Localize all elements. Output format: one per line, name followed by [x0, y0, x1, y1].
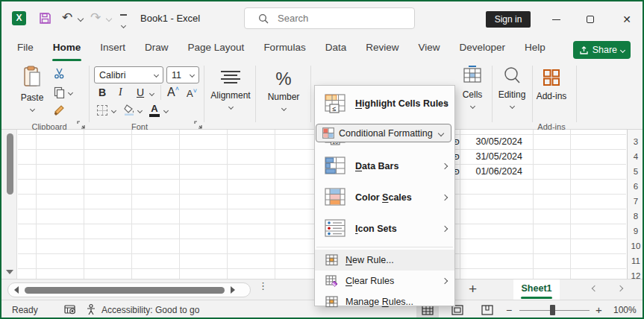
tab-draw[interactable]: Draw	[135, 39, 178, 60]
decrease-font-button[interactable]: A˅	[187, 87, 197, 99]
menu-item-manage-rules[interactable]: Manage Rules...	[315, 291, 454, 312]
prev-sheet-icon[interactable]	[592, 285, 598, 291]
save-icon[interactable]	[39, 12, 51, 25]
menu-item-new-rule[interactable]: New Rule...	[315, 250, 454, 271]
row-header-6[interactable]: 6	[628, 179, 644, 194]
underline-button[interactable]: U	[137, 86, 144, 98]
cells-icon	[463, 66, 482, 85]
tab-insert[interactable]: Insert	[90, 39, 135, 60]
italic-button[interactable]: I	[119, 86, 122, 98]
tab-developer[interactable]: Developer	[449, 39, 515, 60]
row-header-8[interactable]: 8	[628, 209, 644, 224]
menu-item-clear-rules[interactable]: Clear Rules	[315, 271, 454, 291]
zoom-in-button[interactable]: +	[595, 303, 602, 316]
row-header-12[interactable]: 12	[628, 268, 644, 279]
scroll-down-icon[interactable]	[6, 270, 13, 274]
menu-item-icon-sets[interactable]: Icon Sets	[315, 213, 454, 244]
fill-color-icon[interactable]	[123, 104, 135, 116]
copy-icon[interactable]	[54, 86, 65, 98]
editing-group-button[interactable]: Editing	[494, 66, 530, 110]
tab-view[interactable]: View	[408, 39, 449, 60]
conditional-formatting-button[interactable]: Conditional Formatting	[316, 124, 451, 142]
excel-logo-icon[interactable]: X	[12, 11, 26, 25]
row-header-10[interactable]: 10	[628, 239, 644, 253]
addins-button[interactable]: Add-ins	[534, 69, 569, 101]
row-header-7[interactable]: 7	[628, 194, 644, 209]
horizontal-scrollbar[interactable]	[7, 282, 251, 297]
scroll-left-icon[interactable]	[14, 286, 19, 294]
font-size-combo[interactable]: 11	[166, 66, 199, 83]
sheet-tab-sheet1[interactable]: Sheet1	[513, 279, 560, 300]
font-color-chevron-icon[interactable]	[163, 108, 169, 113]
format-painter-icon[interactable]	[53, 104, 66, 117]
search-box[interactable]	[244, 7, 415, 29]
bold-button[interactable]: B	[99, 86, 106, 98]
increase-font-button[interactable]: A˄	[167, 85, 179, 99]
tab-formulas[interactable]: Formulas	[254, 39, 315, 60]
fill-color-chevron-icon[interactable]	[137, 108, 143, 113]
cut-icon[interactable]	[54, 68, 65, 79]
paste-button[interactable]: Paste	[15, 66, 49, 113]
row-header-3[interactable]: 3	[628, 134, 644, 149]
conditional-formatting-label: Conditional Formatting	[339, 128, 433, 139]
underline-chevron-icon[interactable]	[149, 91, 154, 96]
undo-chevron-icon[interactable]	[78, 16, 84, 22]
minimize-button[interactable]	[543, 10, 569, 28]
row-header-11[interactable]: 11	[628, 253, 644, 268]
tab-home[interactable]: Home	[43, 39, 91, 60]
number-group-button[interactable]: % Number	[261, 69, 306, 113]
horizontal-scrollbar-thumb[interactable]	[25, 287, 225, 294]
cells-group-button[interactable]: Cells	[455, 66, 490, 110]
vertical-scrollbar-thumb[interactable]	[7, 133, 13, 195]
cell-date-row4[interactable]: 31/05/2024	[460, 149, 533, 164]
editing-label: Editing	[494, 89, 530, 100]
row-header-4[interactable]: 4	[628, 149, 644, 164]
new-sheet-button[interactable]: +	[469, 281, 477, 297]
zoom-slider-thumb[interactable]	[550, 305, 555, 315]
undo-icon[interactable]: ↶	[62, 10, 72, 25]
submenu-arrow-icon	[442, 163, 448, 169]
conditional-formatting-icon	[322, 127, 334, 139]
cell-date-row5[interactable]: 01/06/2024	[460, 164, 533, 179]
ribbon-tab-row: File Home Insert Draw Page Layout Formul…	[7, 39, 555, 60]
menu-item-color-scales[interactable]: Color Scales	[315, 182, 454, 213]
quick-access-toolbar-icon[interactable]	[119, 14, 128, 31]
share-button[interactable]: Share	[573, 41, 631, 59]
maximize-button[interactable]	[578, 10, 603, 28]
row-header-5[interactable]: 5	[628, 164, 644, 179]
borders-chevron-icon[interactable]	[111, 108, 116, 113]
menu-item-data-bars[interactable]: Data Bars	[315, 151, 454, 182]
tab-data[interactable]: Data	[316, 39, 357, 60]
zoom-level[interactable]: 100%	[613, 305, 637, 315]
alignment-icon	[221, 69, 240, 86]
search-input[interactable]	[278, 13, 390, 24]
sign-in-button[interactable]: Sign in	[486, 11, 531, 28]
next-sheet-icon[interactable]	[617, 285, 623, 291]
cell-date-row3[interactable]: 30/05/2024	[460, 134, 533, 149]
borders-icon[interactable]	[97, 105, 107, 116]
font-name-combo[interactable]: Calibri	[94, 66, 163, 83]
zoom-out-button[interactable]: −	[506, 304, 512, 316]
tab-help[interactable]: Help	[515, 39, 555, 60]
clipboard-dialog-launcher-icon[interactable]	[77, 121, 86, 130]
font-dialog-launcher-icon[interactable]	[194, 121, 203, 130]
status-ready: Ready	[12, 305, 38, 315]
font-color-icon[interactable]: A	[149, 103, 160, 117]
splitter-handle-icon[interactable]: ⋮	[258, 282, 268, 290]
menu-item-highlight-cells-rules[interactable]: ≤ Highlight Cells Rules	[315, 88, 454, 119]
alignment-label: Alignment	[209, 90, 252, 101]
scroll-right-icon[interactable]	[231, 286, 235, 294]
macro-record-icon[interactable]	[64, 304, 76, 315]
row-header-9[interactable]: 9	[628, 224, 644, 239]
close-button[interactable]: ✕	[614, 10, 640, 28]
row-headers[interactable]: 3 4 5 6 7 8 9 10 11 12	[627, 130, 644, 279]
tab-file[interactable]: File	[7, 39, 43, 60]
vertical-scrollbar[interactable]	[3, 130, 17, 279]
status-accessibility[interactable]: Accessibility: Good to go	[101, 305, 199, 315]
page-break-preview-icon[interactable]	[476, 302, 498, 318]
tab-page-layout[interactable]: Page Layout	[178, 39, 254, 60]
copy-chevron-icon[interactable]	[68, 90, 73, 95]
tab-review[interactable]: Review	[356, 39, 408, 60]
accessibility-icon[interactable]	[85, 303, 97, 316]
alignment-group-button[interactable]: Alignment	[209, 69, 252, 111]
